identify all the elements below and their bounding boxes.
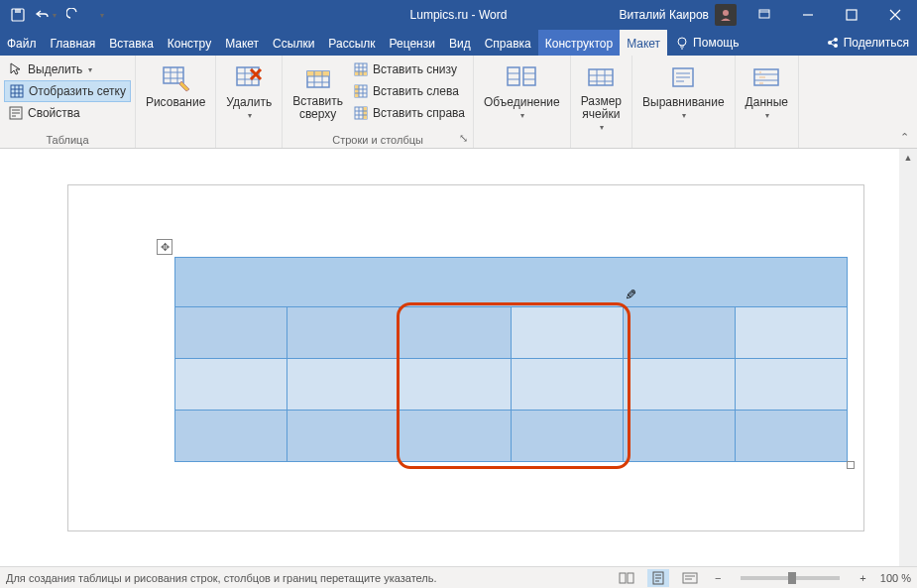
table-move-handle[interactable]: ✥ [157, 239, 172, 255]
delete-icon [233, 61, 265, 93]
qat-customize[interactable]: ▾ [89, 3, 113, 27]
group-table: Выделить▾ Отобразить сетку Свойства Табл… [0, 56, 136, 148]
table-cell[interactable] [624, 307, 736, 359]
zoom-level[interactable]: 100 % [880, 572, 911, 584]
ribbon: Выделить▾ Отобразить сетку Свойства Табл… [0, 56, 917, 149]
tab-layout[interactable]: Макет [218, 30, 266, 56]
merge-icon [506, 61, 537, 93]
cursor-icon [8, 61, 24, 77]
page[interactable]: ✥ ✎ [67, 184, 864, 531]
table-cell[interactable] [624, 359, 736, 411]
tab-home[interactable]: Главная [44, 30, 103, 56]
insert-right-button[interactable]: Вставить справа [349, 102, 469, 124]
table-cell[interactable] [400, 411, 512, 462]
tab-design[interactable]: Констру [161, 30, 218, 56]
tab-review[interactable]: Рецензи [383, 30, 442, 56]
table-resize-handle[interactable] [847, 461, 855, 469]
insert-below-button[interactable]: Вставить снизу [349, 59, 469, 80]
table-cell[interactable] [624, 411, 736, 462]
draw-table-button[interactable]: Рисование [140, 59, 211, 112]
print-layout-button[interactable] [647, 569, 669, 587]
table-row[interactable] [175, 258, 848, 307]
minimize-button[interactable] [786, 0, 830, 30]
group-data: Данные▾ [736, 56, 799, 148]
read-mode-button[interactable] [616, 569, 637, 587]
pen-cursor-icon: ✎ [623, 289, 638, 300]
svg-rect-20 [363, 107, 367, 119]
table-row[interactable] [175, 411, 848, 462]
gridlines-button[interactable]: Отобразить сетку [4, 80, 131, 102]
table-row[interactable] [175, 359, 848, 411]
draw-table-icon [160, 61, 191, 93]
table-cell[interactable] [175, 359, 287, 411]
table-cell[interactable] [736, 307, 848, 359]
table-cell[interactable] [287, 307, 400, 359]
cell-size-icon [585, 61, 617, 93]
tab-view[interactable]: Вид [442, 30, 478, 56]
table-cell[interactable] [400, 359, 512, 411]
alignment-button[interactable]: Выравнивание▾ [636, 59, 731, 123]
tab-references[interactable]: Ссылки [266, 30, 321, 56]
vertical-scrollbar[interactable]: ▲ ▼ [899, 149, 917, 566]
svg-rect-11 [164, 67, 183, 83]
insert-right-icon [353, 105, 369, 121]
table-cell[interactable] [736, 359, 848, 411]
svg-point-5 [678, 38, 686, 46]
tab-mailings[interactable]: Рассылк [321, 30, 382, 56]
collapse-ribbon-button[interactable]: ⌃ [896, 129, 913, 146]
table-cell[interactable] [175, 307, 287, 359]
insert-above-button[interactable]: Вставить сверху [287, 59, 349, 124]
zoom-in-button[interactable]: + [856, 572, 869, 584]
zoom-slider[interactable] [741, 576, 840, 580]
scroll-up-icon[interactable]: ▲ [899, 149, 917, 167]
table-cell[interactable] [287, 359, 400, 411]
zoom-out-button[interactable]: − [711, 572, 725, 584]
quick-access-toolbar: ▾ ▾ [0, 3, 119, 27]
tab-table-layout[interactable]: Макет [620, 30, 667, 56]
table-row[interactable] [175, 307, 848, 359]
svg-rect-9 [11, 85, 23, 97]
user-account[interactable]: Виталий Каиров [613, 4, 743, 26]
merge-button[interactable]: Объединение▾ [478, 59, 566, 123]
data-icon [750, 61, 782, 93]
redo-button[interactable] [61, 3, 85, 27]
grid-icon [9, 83, 25, 99]
ribbon-options-button[interactable] [743, 0, 786, 30]
document-table[interactable] [174, 257, 848, 462]
table-cell[interactable] [175, 258, 848, 307]
tab-help[interactable]: Справка [478, 30, 538, 56]
table-cell[interactable] [512, 307, 624, 359]
ribbon-tabs: Файл Главная Вставка Констру Макет Ссылк… [0, 30, 917, 56]
alignment-icon [667, 61, 699, 93]
dialog-launcher[interactable]: ⤡ [456, 131, 470, 145]
tab-table-design[interactable]: Конструктор [538, 30, 620, 56]
table-cell[interactable] [736, 411, 848, 462]
share-button[interactable]: Поделиться [818, 30, 917, 56]
close-button[interactable] [873, 0, 917, 30]
tell-me-button[interactable]: Помощь [667, 30, 746, 56]
share-icon [826, 36, 840, 50]
tab-file[interactable]: Файл [0, 30, 44, 56]
document-area: ✥ ✎ ▲ ▼ [0, 149, 917, 566]
table-cell[interactable] [512, 411, 624, 462]
svg-rect-27 [628, 573, 633, 583]
group-label: Строки и столбцы [332, 132, 423, 148]
table-cell[interactable] [512, 359, 624, 411]
insert-left-button[interactable]: Вставить слева [349, 80, 469, 102]
delete-button[interactable]: Удалить▾ [220, 59, 278, 123]
table-cell[interactable] [400, 307, 512, 359]
web-layout-button[interactable] [679, 569, 701, 587]
document-title: Lumpics.ru - Word [410, 8, 508, 22]
cell-size-button[interactable]: Размер ячейки▾ [575, 59, 628, 135]
data-button[interactable]: Данные▾ [740, 59, 794, 123]
properties-button[interactable]: Свойства [4, 102, 131, 124]
autosave-icon[interactable] [6, 3, 30, 27]
group-merge: Объединение▾ [474, 56, 571, 148]
group-alignment: Выравнивание▾ [632, 56, 736, 148]
maximize-button[interactable] [830, 0, 873, 30]
tab-insert[interactable]: Вставка [102, 30, 161, 56]
table-cell[interactable] [175, 411, 287, 462]
table-cell[interactable] [287, 411, 400, 462]
select-button[interactable]: Выделить▾ [4, 59, 131, 80]
undo-button[interactable]: ▾ [34, 3, 57, 27]
